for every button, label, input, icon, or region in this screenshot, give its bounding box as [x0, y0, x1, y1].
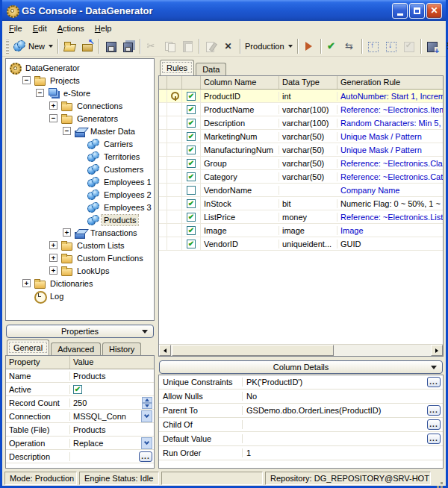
tree-item-customers[interactable]: Customers: [6, 163, 154, 175]
tree-item-products[interactable]: Products: [6, 213, 154, 226]
tree-item-custom-functions[interactable]: +Custom Functions: [6, 251, 154, 264]
column-name-cell[interactable]: InStock: [201, 199, 279, 208]
generation-rule-cell[interactable]: Reference: ~Electronics.Item: [337, 105, 443, 114]
column-name-cell[interactable]: ListPrice: [201, 213, 279, 222]
column-header-generation-rule[interactable]: Generation Rule: [337, 76, 443, 89]
maximize-button[interactable]: [409, 3, 425, 19]
include-checkbox[interactable]: [187, 240, 196, 248]
collapse-icon[interactable]: −: [49, 114, 57, 122]
resize-grip[interactable]: [433, 472, 444, 485]
save-button[interactable]: [102, 37, 119, 55]
expand-icon[interactable]: +: [49, 101, 57, 110]
property-value[interactable]: Replace: [70, 437, 154, 449]
tree-item-projects[interactable]: −Projects: [6, 74, 154, 87]
include-checkbox[interactable]: [187, 119, 196, 128]
tree-item-master-data[interactable]: −Master Data: [6, 125, 154, 137]
ellipsis-button[interactable]: ...: [427, 419, 441, 430]
validate-button[interactable]: [323, 37, 341, 55]
tree-item-dictionaries[interactable]: +Dictionaries: [6, 277, 154, 290]
include-checkbox[interactable]: [187, 199, 196, 208]
menu-actions[interactable]: Actions: [52, 22, 90, 34]
generation-rule-cell[interactable]: Reference: ~Electronics.List_F: [337, 213, 443, 222]
dropdown-button[interactable]: [141, 410, 152, 422]
include-checkbox[interactable]: [187, 226, 196, 235]
sync-button[interactable]: [341, 37, 359, 55]
tree-item-employees-1[interactable]: Employees 1: [6, 175, 154, 188]
data-type-cell[interactable]: varchar(100): [279, 105, 337, 114]
ellipsis-button[interactable]: ...: [427, 405, 441, 416]
data-type-cell[interactable]: bit: [279, 199, 337, 208]
tree-item-employees-2[interactable]: Employees 2: [6, 188, 154, 201]
column-name-cell[interactable]: ManufacturingNum: [201, 146, 279, 154]
spinner-up-button[interactable]: [142, 397, 152, 403]
property-value[interactable]: [70, 385, 154, 394]
properties-panel-header[interactable]: Properties: [6, 325, 154, 338]
collapse-icon[interactable]: −: [63, 127, 71, 135]
shift-down-button[interactable]: [382, 37, 400, 55]
tree-item-custom-lists[interactable]: +Custom Lists: [6, 239, 154, 251]
generation-rule-cell[interactable]: AutoNumber: Start 1, Increme: [337, 92, 443, 101]
menu-file[interactable]: File: [4, 22, 28, 34]
detail-value[interactable]: ...: [243, 419, 443, 430]
column-header-property[interactable]: Property: [6, 356, 70, 369]
column-name-cell[interactable]: Image: [201, 226, 279, 235]
scroll-left-button[interactable]: [159, 345, 171, 356]
active-checkbox[interactable]: [73, 385, 82, 394]
property-value[interactable]: 250: [70, 397, 154, 409]
tree-item-territories[interactable]: Territories: [6, 150, 154, 163]
expand-icon[interactable]: +: [49, 266, 57, 275]
detail-value[interactable]: 1: [243, 448, 443, 457]
expand-icon[interactable]: +: [63, 228, 71, 237]
include-checkbox[interactable]: [187, 92, 196, 101]
tree-item-e-store[interactable]: −e-Store: [6, 87, 154, 99]
close-button[interactable]: ✕: [426, 3, 442, 19]
data-type-cell[interactable]: money: [279, 213, 337, 222]
generation-rule-cell[interactable]: Image: [337, 226, 443, 235]
save-copy-button[interactable]: [423, 37, 441, 55]
include-checkbox[interactable]: [187, 146, 196, 154]
include-checkbox[interactable]: [187, 105, 196, 114]
property-value[interactable]: Products: [70, 425, 154, 434]
generation-rule-cell[interactable]: GUID: [337, 240, 443, 248]
column-name-cell[interactable]: ProductName: [201, 105, 279, 114]
tab-history[interactable]: History: [102, 342, 141, 355]
column-header-data-type[interactable]: Data Type: [279, 76, 337, 89]
ellipsis-button[interactable]: ...: [139, 451, 152, 462]
shift-up-button[interactable]: [364, 37, 382, 55]
column-name-cell[interactable]: VendorID: [201, 240, 279, 248]
property-value[interactable]: Products: [70, 372, 154, 381]
data-type-cell[interactable]: varchar(50): [279, 172, 337, 181]
spinner-down-button[interactable]: [142, 403, 152, 409]
generation-rule-cell[interactable]: Numeric Flag: 0 ~ 50%, 1 ~ 50%: [337, 199, 443, 208]
tree-item-lookups[interactable]: +LookUps: [6, 264, 154, 277]
include-checkbox[interactable]: [187, 159, 196, 168]
include-checkbox[interactable]: [187, 172, 196, 181]
tab-advanced[interactable]: Advanced: [51, 342, 101, 355]
tree-item-log[interactable]: Log: [6, 290, 154, 302]
generation-rule-cell[interactable]: Unique Mask / Pattern: [337, 146, 443, 154]
include-checkbox[interactable]: [187, 213, 196, 222]
generation-rule-cell[interactable]: Reference: ~Electronics.Categ: [337, 172, 443, 181]
scroll-right-button[interactable]: [431, 345, 443, 356]
save-all-button[interactable]: [119, 37, 137, 55]
tree-item-carriers[interactable]: Carriers: [6, 137, 154, 150]
dropdown-button[interactable]: [141, 437, 152, 449]
expand-icon[interactable]: +: [49, 241, 57, 249]
include-checkbox[interactable]: [187, 132, 196, 141]
detail-value[interactable]: No: [243, 392, 443, 401]
data-type-cell[interactable]: image: [279, 226, 337, 235]
open-project-button[interactable]: [60, 37, 78, 55]
import-project-button[interactable]: [78, 37, 96, 55]
toolbar-overflow-button[interactable]: [441, 37, 448, 55]
column-details-header[interactable]: Column Details: [159, 360, 443, 374]
scrollbar-thumb[interactable]: [172, 345, 334, 356]
tree-item-connections[interactable]: +Connections: [6, 99, 154, 112]
column-header-column-name[interactable]: Column Name: [201, 76, 279, 89]
run-button[interactable]: [300, 37, 318, 55]
expand-icon[interactable]: +: [22, 279, 31, 287]
tree-item-transactions[interactable]: +Transactions: [6, 226, 154, 239]
scrollbar-track[interactable]: [335, 345, 431, 356]
toolbar-grip[interactable]: [6, 39, 9, 54]
generation-rule-cell[interactable]: Unique Mask / Pattern: [337, 132, 443, 141]
column-header-value[interactable]: Value: [70, 356, 154, 369]
